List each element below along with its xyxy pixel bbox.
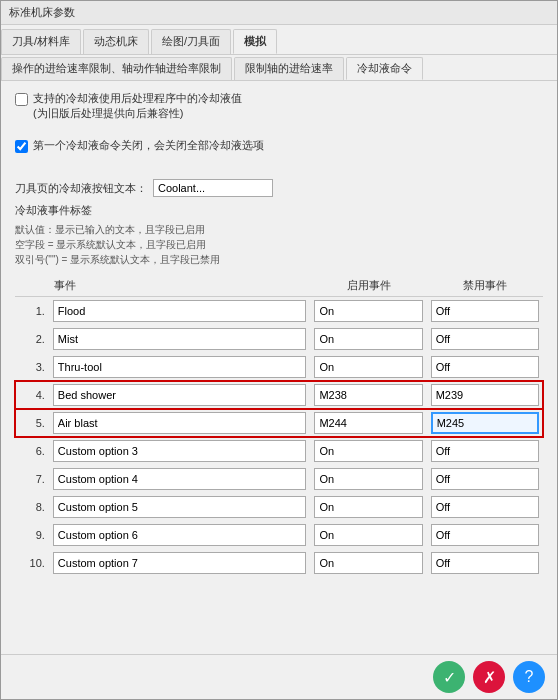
cancel-button[interactable]: ✗: [473, 661, 505, 693]
checkbox2-input[interactable]: [15, 140, 28, 153]
row-number: 6.: [15, 437, 49, 465]
on-event-input[interactable]: [314, 468, 422, 490]
event-input[interactable]: [53, 328, 307, 350]
tab-simulate[interactable]: 模拟: [233, 29, 277, 54]
table-row: 9.: [15, 521, 543, 549]
tab-tool-library[interactable]: 刀具/材料库: [1, 29, 81, 54]
on-event-input[interactable]: [314, 384, 422, 406]
checkbox2-label: 第一个冷却液命令关闭，会关闭全部冷却液选项: [33, 138, 264, 153]
section-desc-line1: 默认值：显示已输入的文本，且字段已启用: [15, 222, 543, 237]
row-number: 5.: [15, 409, 49, 437]
on-event-input[interactable]: [314, 524, 422, 546]
col-header-off: 禁用事件: [427, 275, 543, 297]
event-input[interactable]: [53, 524, 307, 546]
row-number: 8.: [15, 493, 49, 521]
event-input[interactable]: [53, 412, 307, 434]
off-event-input[interactable]: [431, 552, 539, 574]
content-area: 支持的冷却液使用后处理程序中的冷却液值 (为旧版后处理提供向后兼容性) 第一个冷…: [1, 81, 557, 654]
window-title: 标准机床参数: [9, 5, 75, 20]
events-table: 事件 启用事件 禁用事件 1.2.3.4.5.6.7.8.9.10.: [15, 275, 543, 577]
help-button[interactable]: ?: [513, 661, 545, 693]
footer: ✓ ✗ ?: [1, 654, 557, 699]
row-number: 9.: [15, 521, 49, 549]
tab-drawing[interactable]: 绘图/刀具面: [151, 29, 231, 54]
col-header-on: 启用事件: [310, 275, 426, 297]
event-input[interactable]: [53, 300, 307, 322]
tab-coolant-cmd[interactable]: 冷却液命令: [346, 57, 423, 80]
off-event-input[interactable]: [431, 300, 539, 322]
off-event-input[interactable]: [431, 496, 539, 518]
table-row: 5.: [15, 409, 543, 437]
second-tab-bar: 操作的进给速率限制、轴动作轴进给率限制 限制轴的进给速率 冷却液命令: [1, 55, 557, 81]
row-number: 7.: [15, 465, 49, 493]
checkbox1-label: 支持的冷却液使用后处理程序中的冷却液值: [33, 91, 242, 106]
off-event-input[interactable]: [431, 440, 539, 462]
on-event-input[interactable]: [314, 552, 422, 574]
table-row: 6.: [15, 437, 543, 465]
row-number: 4.: [15, 381, 49, 409]
off-event-input[interactable]: [431, 328, 539, 350]
on-event-input[interactable]: [314, 496, 422, 518]
checkbox2-row: 第一个冷却液命令关闭，会关闭全部冷却液选项: [15, 138, 543, 153]
section-desc: 默认值：显示已输入的文本，且字段已启用 空字段 = 显示系统默认文本，且字段已启…: [15, 222, 543, 267]
row-number: 1.: [15, 297, 49, 326]
off-event-input[interactable]: [431, 384, 539, 406]
checkbox1-row: 支持的冷却液使用后处理程序中的冷却液值 (为旧版后处理提供向后兼容性): [15, 91, 543, 122]
section-label: 冷却液事件标签: [15, 203, 543, 218]
on-event-input[interactable]: [314, 328, 422, 350]
tab-dynamic-machine[interactable]: 动态机床: [83, 29, 149, 54]
table-row: 2.: [15, 325, 543, 353]
on-event-input[interactable]: [314, 300, 422, 322]
event-input[interactable]: [53, 384, 307, 406]
title-bar: 标准机床参数: [1, 1, 557, 25]
event-input[interactable]: [53, 496, 307, 518]
row-number: 2.: [15, 325, 49, 353]
section-desc-line2: 空字段 = 显示系统默认文本，且字段已启用: [15, 237, 543, 252]
coolant-button-row: 刀具页的冷却液按钮文本：: [15, 179, 543, 197]
event-input[interactable]: [53, 468, 307, 490]
row-number: 3.: [15, 353, 49, 381]
off-event-input[interactable]: [431, 356, 539, 378]
on-event-input[interactable]: [314, 412, 422, 434]
coolant-button-input[interactable]: [153, 179, 273, 197]
event-input[interactable]: [53, 356, 307, 378]
checkbox1-input[interactable]: [15, 93, 28, 106]
table-row: 10.: [15, 549, 543, 577]
table-row: 4.: [15, 381, 543, 409]
row-number: 10.: [15, 549, 49, 577]
table-row: 7.: [15, 465, 543, 493]
coolant-button-label: 刀具页的冷却液按钮文本：: [15, 181, 147, 196]
on-event-input[interactable]: [314, 356, 422, 378]
table-row: 8.: [15, 493, 543, 521]
off-event-input[interactable]: [431, 468, 539, 490]
off-event-input[interactable]: [431, 412, 539, 434]
tab-axis-limit[interactable]: 限制轴的进给速率: [234, 57, 344, 80]
off-event-input[interactable]: [431, 524, 539, 546]
on-event-input[interactable]: [314, 440, 422, 462]
col-header-event: 事件: [49, 275, 311, 297]
main-window: 标准机床参数 刀具/材料库 动态机床 绘图/刀具面 模拟 操作的进给速率限制、轴…: [0, 0, 558, 700]
tab-feed-limit[interactable]: 操作的进给速率限制、轴动作轴进给率限制: [1, 57, 232, 80]
event-input[interactable]: [53, 440, 307, 462]
event-input[interactable]: [53, 552, 307, 574]
top-tab-bar: 刀具/材料库 动态机床 绘图/刀具面 模拟: [1, 25, 557, 55]
table-row: 3.: [15, 353, 543, 381]
section-desc-line3: 双引号("") = 显示系统默认文本，且字段已禁用: [15, 252, 543, 267]
ok-button[interactable]: ✓: [433, 661, 465, 693]
table-row: 1.: [15, 297, 543, 326]
checkbox1-sublabel: (为旧版后处理提供向后兼容性): [33, 106, 242, 121]
